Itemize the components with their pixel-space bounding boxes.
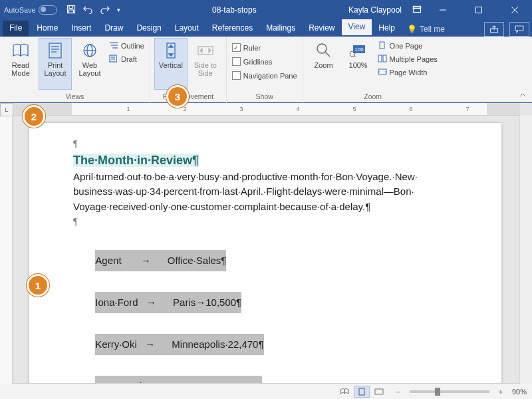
save-icon[interactable] xyxy=(66,5,76,16)
vertical-label: Vertical xyxy=(159,61,183,69)
navpane-label: Navigation Pane xyxy=(243,72,297,80)
tab-mailings[interactable]: Mailings xyxy=(259,21,302,37)
group-show-label: Show xyxy=(256,92,273,102)
callout-1: 1 xyxy=(27,274,49,297)
zoom-icon xyxy=(315,41,333,60)
tab-help[interactable]: Help xyxy=(372,21,402,37)
svg-point-30 xyxy=(350,51,355,57)
ribbon-tabs: File Home Insert Draw Design Layout Refe… xyxy=(0,20,532,37)
paragraph-mark: ¶ xyxy=(73,216,78,227)
body-line-1: April·turned·out·to·be·a·very·busy·and·p… xyxy=(73,170,483,185)
vertical-scrollbar[interactable] xyxy=(519,115,532,384)
svg-rect-11 xyxy=(49,43,61,58)
read-mode-button[interactable]: Read Mode xyxy=(4,38,37,90)
tab-home[interactable]: Home xyxy=(30,21,65,37)
svg-rect-4 xyxy=(414,6,421,8)
svg-rect-10 xyxy=(515,26,523,31)
maximize-button[interactable] xyxy=(464,0,493,20)
gridlines-label: Gridlines xyxy=(243,58,272,66)
group-views-label: Views xyxy=(66,92,84,102)
svg-line-27 xyxy=(325,52,330,57)
share-button[interactable] xyxy=(484,22,504,37)
outline-label: Outline xyxy=(121,42,144,50)
web-layout-button[interactable]: Web Layout xyxy=(73,38,106,90)
callout-3: 3 xyxy=(166,85,189,108)
group-zoom: Zoom 100 100% One Page Multiple Pages Pa… xyxy=(303,37,443,103)
multi-pages-icon xyxy=(378,55,387,64)
vertical-icon xyxy=(162,41,180,60)
group-views: Read Mode Print Layout Web Layout Outlin… xyxy=(0,37,150,103)
navpane-checkbox[interactable]: Navigation Pane xyxy=(231,70,299,81)
ruler-label: Ruler xyxy=(243,44,261,52)
outline-button[interactable]: Outline xyxy=(108,41,146,51)
zoom-out-button[interactable]: − xyxy=(394,388,403,396)
zoom-in-button[interactable]: + xyxy=(496,388,505,396)
page-width-label: Page Width xyxy=(390,68,428,76)
table-row: Agent → Office·Sales¶ xyxy=(95,250,226,271)
hundred-button[interactable]: 100 100% xyxy=(342,38,375,90)
zoom-label: Zoom xyxy=(315,61,333,69)
horizontal-ruler[interactable]: 1 2 3 4 5 6 7 xyxy=(12,103,520,116)
vertical-button[interactable]: Vertical xyxy=(154,38,188,90)
ruler-checkbox[interactable]: ✓Ruler xyxy=(231,42,299,53)
vertical-ruler[interactable] xyxy=(0,115,13,384)
zoom-slider-knob[interactable] xyxy=(435,388,440,396)
table-row: Iona·Ford → Paris→10,500¶ xyxy=(95,292,241,313)
tab-review[interactable]: Review xyxy=(302,21,341,37)
side-to-side-button[interactable]: Side to Side xyxy=(189,38,222,90)
web-layout-icon xyxy=(80,41,99,60)
ribbon: Read Mode Print Layout Web Layout Outlin… xyxy=(0,37,532,102)
autosave-label: AutoSave xyxy=(4,6,36,14)
svg-rect-32 xyxy=(380,42,384,49)
zoom-percent[interactable]: 90% xyxy=(512,388,527,396)
zoom-slider[interactable] xyxy=(410,390,489,393)
page-width-button[interactable]: Page Width xyxy=(376,67,439,78)
tell-me-label: Tell me xyxy=(420,25,445,34)
document-page[interactable]: ¶ The·Month·in·Review¶ April·turned·out·… xyxy=(29,123,501,399)
one-page-button[interactable]: One Page xyxy=(376,41,439,51)
group-show: ✓Ruler Gridlines Navigation Pane Show xyxy=(227,37,303,103)
gridlines-checkbox[interactable]: Gridlines xyxy=(231,56,299,67)
print-layout-button[interactable]: Print Layout xyxy=(39,38,72,90)
tab-draw[interactable]: Draw xyxy=(98,21,130,37)
autosave-switch-icon[interactable] xyxy=(39,5,57,15)
svg-rect-21 xyxy=(110,55,116,62)
tell-me-search[interactable]: 💡 Tell me xyxy=(402,22,450,37)
checkbox-checked-icon: ✓ xyxy=(232,43,241,52)
zoom-button[interactable]: Zoom xyxy=(307,38,340,90)
svg-rect-1 xyxy=(69,5,72,8)
tab-view[interactable]: View xyxy=(342,19,372,37)
autosave-toggle[interactable]: AutoSave xyxy=(4,5,57,15)
page-width-icon xyxy=(378,68,387,77)
document-title: 08-tab-stops xyxy=(120,5,348,15)
tab-layout[interactable]: Layout xyxy=(168,21,205,37)
print-view-icon[interactable] xyxy=(354,386,370,398)
svg-rect-37 xyxy=(375,389,383,394)
read-view-icon[interactable] xyxy=(336,386,352,398)
collapse-ribbon-icon[interactable] xyxy=(517,90,528,100)
redo-icon[interactable] xyxy=(100,5,110,16)
side-to-side-label: Side to Side xyxy=(190,61,221,77)
print-layout-label: Print Layout xyxy=(39,61,71,77)
minimize-button[interactable] xyxy=(428,0,458,20)
tab-design[interactable]: Design xyxy=(130,21,168,37)
draft-button[interactable]: Draft xyxy=(108,54,146,65)
svg-rect-33 xyxy=(378,55,382,62)
svg-rect-2 xyxy=(68,10,73,13)
close-button[interactable] xyxy=(500,0,529,20)
tab-insert[interactable]: Insert xyxy=(65,21,98,37)
ribbon-options-icon[interactable] xyxy=(412,5,422,16)
user-name[interactable]: Kayla Claypool xyxy=(348,5,402,15)
checkbox-icon xyxy=(232,57,241,66)
tab-references[interactable]: References xyxy=(205,21,259,37)
multi-pages-button[interactable]: Multiple Pages xyxy=(376,54,439,65)
tab-selector[interactable]: L xyxy=(0,103,13,116)
web-view-icon[interactable] xyxy=(371,386,387,398)
tab-file[interactable]: File xyxy=(3,21,29,37)
undo-icon[interactable] xyxy=(82,5,93,16)
one-page-icon xyxy=(378,41,387,51)
svg-rect-6 xyxy=(476,7,482,13)
comments-button[interactable] xyxy=(509,22,529,37)
heading-text: The·Month·in·Review¶ xyxy=(73,154,199,167)
checkbox-icon xyxy=(232,71,241,80)
